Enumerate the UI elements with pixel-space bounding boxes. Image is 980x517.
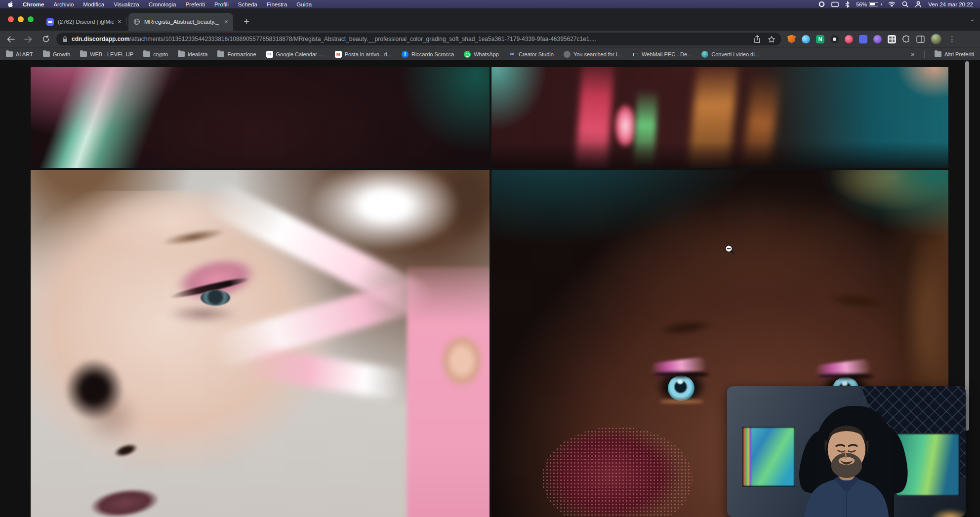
menu-item-cronologia[interactable]: Cronologia: [149, 1, 176, 7]
midjourney-panel-profile-portrait[interactable]: [31, 170, 490, 517]
minimize-window-button[interactable]: [18, 16, 24, 22]
menu-bar-clock[interactable]: Ven 24 mar 20:22: [928, 1, 973, 7]
portrait-left-eye: [649, 366, 713, 407]
close-window-button[interactable]: [8, 16, 14, 22]
battery-percent: 56%: [856, 1, 867, 7]
screen: Chrome Archivio Modifica Visualizza Cron…: [0, 0, 980, 517]
bookmark-star-icon[interactable]: [768, 36, 776, 43]
bluetooth-icon[interactable]: [845, 1, 850, 8]
bookmarks-overflow-chevron[interactable]: »: [911, 51, 914, 58]
bookmark-folder-idealista[interactable]: idealista: [178, 51, 207, 57]
url-path: /attachments/1013512335442333816/1088905…: [129, 36, 596, 42]
bookmark-whatsapp[interactable]: WhatsApp: [464, 51, 499, 58]
bookmark-folder-crypto[interactable]: crypto: [143, 51, 168, 57]
new-tab-button[interactable]: +: [240, 15, 253, 28]
folder-icon: [178, 51, 185, 57]
omnibox-actions: [750, 35, 776, 43]
bookmark-google-calendar[interactable]: Google Calendar -...: [266, 51, 325, 58]
side-panel-icon[interactable]: [916, 36, 925, 43]
indigo-extension-icon[interactable]: [859, 35, 867, 43]
spotlight-search-icon[interactable]: [902, 1, 908, 7]
bookmark-folder-web-level-up[interactable]: WEB - LEVEL-UP: [80, 51, 133, 57]
menu-item-archivio[interactable]: Archivio: [53, 1, 74, 7]
bookmark-label: WhatsApp: [474, 51, 499, 57]
apple-logo-icon[interactable]: [7, 0, 13, 8]
bookmark-you-searched[interactable]: You searched for I...: [564, 51, 622, 58]
bookmark-label: Growth: [53, 51, 70, 57]
display-icon[interactable]: [831, 1, 839, 7]
menu-item-scheda[interactable]: Scheda: [238, 1, 257, 7]
bookmark-webmail-pec[interactable]: WebMail PEC - De...: [632, 51, 692, 58]
menu-item-preferiti[interactable]: Preferiti: [185, 1, 205, 7]
zoom-out-cursor: [724, 244, 736, 256]
record-icon[interactable]: [818, 1, 825, 7]
scrollbar-thumb[interactable]: [965, 61, 969, 431]
abstract-pink-band: [407, 267, 490, 517]
extensions-puzzle-icon[interactable]: [902, 35, 910, 43]
folder-icon: [80, 51, 87, 57]
left-monitor: [742, 427, 795, 487]
facebook-icon: [402, 51, 408, 58]
tab-close-icon[interactable]: ×: [118, 18, 122, 25]
bookmark-label: Posta in arrivo - ri...: [345, 51, 392, 57]
tab-close-icon[interactable]: ×: [224, 18, 228, 25]
menu-item-visualizza[interactable]: Visualizza: [114, 1, 139, 7]
bookmark-gmail-inbox[interactable]: Posta in arrivo - ri...: [335, 51, 392, 58]
reload-button[interactable]: [39, 32, 53, 46]
other-bookmarks-folder[interactable]: Altri Preferiti: [935, 51, 974, 57]
tab-search-chevron-icon[interactable]: ⌄: [970, 15, 975, 23]
desk-lamp-glow: [913, 501, 966, 517]
battery-indicator[interactable]: 56%: [856, 1, 882, 7]
bookmark-folder-growth[interactable]: Growth: [43, 51, 70, 57]
menu-item-modifica[interactable]: Modifica: [83, 1, 104, 7]
menu-item-chrome[interactable]: Chrome: [23, 1, 44, 7]
share-icon[interactable]: [754, 35, 761, 43]
bookmark-facebook-profile[interactable]: Riccardo Scrocca: [402, 51, 454, 58]
bookmark-folder-formazione[interactable]: Formazione: [217, 51, 256, 57]
tab-discord-cdn-image[interactable]: MRregista_Abstract_beauty._ ×: [128, 13, 233, 31]
menu-item-guida[interactable]: Guida: [296, 1, 312, 7]
forward-button[interactable]: [21, 32, 36, 46]
bookmark-label: Converti i video di...: [711, 51, 759, 57]
purple-extension-icon[interactable]: [873, 35, 882, 43]
red-extension-icon[interactable]: [845, 35, 853, 43]
url-host: cdn.discordapp.com: [72, 36, 129, 42]
user-switch-icon[interactable]: [915, 1, 922, 7]
folder-icon: [143, 51, 150, 57]
menu-item-finestra[interactable]: Finestra: [267, 1, 287, 7]
tab-separator: [126, 17, 126, 26]
fullscreen-window-button[interactable]: [28, 16, 34, 22]
folder-icon: [6, 51, 13, 57]
globe-favicon: [133, 18, 140, 25]
gmail-icon: [335, 51, 342, 58]
bookmark-label: idealista: [188, 51, 207, 57]
cyan-extension-icon[interactable]: [802, 35, 810, 43]
portrait-under-eye-shadow: [155, 302, 251, 326]
bookmark-folder-ai-art[interactable]: AI ART: [6, 51, 33, 57]
midjourney-grid-panel-top-right[interactable]: [491, 67, 948, 168]
bookmark-creator-studio[interactable]: Creator Studio: [509, 51, 554, 58]
tab-discord[interactable]: (2762) Discord | @Midjourney ×: [41, 13, 126, 31]
omnibox[interactable]: cdn.discordapp.com/attachments/101351233…: [56, 33, 781, 45]
webcam-overlay[interactable]: [727, 386, 966, 517]
grid-extension-icon[interactable]: [888, 35, 896, 43]
dark-extension-icon[interactable]: [830, 35, 839, 43]
bookmark-label: Google Calendar -...: [276, 51, 325, 57]
back-button[interactable]: [3, 32, 18, 46]
metamask-extension-icon[interactable]: [787, 35, 796, 43]
bookmark-label: Riccardo Scrocca: [411, 51, 454, 57]
bookmark-converti-video[interactable]: Converti i video di...: [701, 51, 759, 58]
tab-title: MRregista_Abstract_beauty._: [144, 19, 220, 25]
bookmark-label: crypto: [153, 51, 168, 57]
chrome-menu-icon[interactable]: ⋮: [948, 35, 956, 43]
bookmarks-divider: [924, 50, 925, 58]
profile-avatar[interactable]: [931, 34, 941, 44]
midjourney-grid-panel-top-left[interactable]: [31, 67, 490, 168]
wifi-icon[interactable]: [888, 1, 896, 7]
menu-item-profili[interactable]: Profili: [214, 1, 229, 7]
green-n-extension-icon[interactable]: [816, 35, 824, 43]
bookmarks-bar: AI ART Growth WEB - LEVEL-UP crypto idea…: [0, 47, 980, 60]
menu-bar-status-area: 56% Ven 24 mar 20:22: [818, 1, 973, 8]
window-controls: [8, 16, 34, 22]
bookmark-label: You searched for I...: [573, 51, 622, 57]
